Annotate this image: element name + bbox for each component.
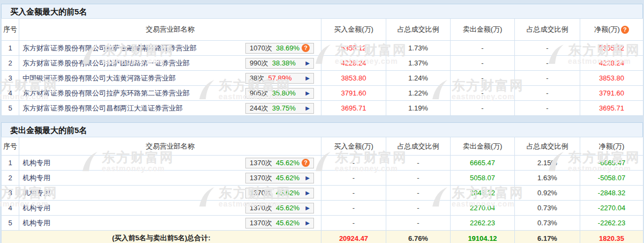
appearance-count: 1370次 (250, 158, 272, 168)
header-net-amount: 净额(万) ? (580, 19, 643, 41)
row-index: 5 (2, 216, 19, 231)
sell-pct: 1.63% (515, 171, 580, 186)
appearance-badge[interactable]: 1370次 45.62% ▶ (245, 218, 314, 229)
sell-amount: 2262.23 (451, 216, 515, 231)
sell-pct: 0.92% (515, 186, 580, 201)
row-index: 2 (2, 56, 19, 71)
help-icon[interactable]: ? (302, 44, 310, 52)
win-rate: 45.62% (276, 174, 299, 182)
buy-table-header-row: 序号 交易营业部名称 买入金额(万) 占总成交比例 卖出金额(万) 占总成交比例… (2, 19, 643, 41)
appearance-count: 1070次 (250, 43, 272, 53)
buy-panel-title: 买入金额最大的前5名 (1, 4, 643, 18)
buy-amount: 3853.80 (321, 71, 386, 86)
table-row: 4 机构专用 1370次 45.62% ▶ - - 2270.04 0.73% … (2, 201, 643, 216)
buy-top5-panel: 买入金额最大的前5名 序号 交易营业部名称 买入金额(万) 占总成交比例 卖出金… (1, 4, 643, 116)
sell-pct: 2.15% (515, 156, 580, 171)
buy-amount: 3791.60 (321, 86, 386, 101)
expand-arrow-icon[interactable]: ▶ (305, 106, 310, 111)
appearance-badge[interactable]: 1370次 45.62% ▶ (245, 188, 314, 198)
table-row: 5 机构专用 1370次 45.62% ▶ - - 2262.23 0.73% … (2, 216, 643, 231)
buy-amount: 3695.71 (321, 101, 386, 116)
appearance-badge[interactable]: 1370次 45.62% ▶ (245, 173, 314, 183)
header-index: 序号 (2, 19, 19, 41)
buy-amount: - (321, 171, 386, 186)
sell-pct: - (515, 56, 580, 71)
expand-arrow-icon[interactable]: ▶ (305, 175, 310, 181)
appearance-badge[interactable]: 1070次 38.69% ? (245, 43, 314, 54)
buy-amount: 5355.12 (321, 41, 386, 56)
table-row: 1 机构专用 1370次 45.62% ? - - 6665.47 2.15% … (2, 156, 643, 171)
branch-name-link[interactable]: 东方财富证券股份有限公司昌都两江大道证券营业部 (19, 104, 245, 113)
buy-amount: - (321, 156, 386, 171)
sell-pct: 0.73% (515, 216, 580, 231)
total-sell-pct: 6.17% (515, 231, 580, 243)
branch-name-link[interactable]: 机构专用 (19, 188, 245, 198)
appearance-badge[interactable]: 244次 39.75% ▶ (245, 103, 314, 114)
sell-amount: - (451, 86, 515, 101)
total-net-amount: 1820.35 (580, 231, 643, 243)
branch-name-link[interactable]: 机构专用 (19, 158, 245, 168)
branch-name-link[interactable]: 东方财富证券股份有限公司拉萨金融城南环路证券营业部 (19, 43, 245, 53)
net-amount: 3853.80 (580, 71, 643, 86)
table-row: 3 中国银河证券股份有限公司大连黄河路证券营业部 38次 57.89% ▶ 38… (2, 71, 643, 86)
win-rate: 35.80% (272, 89, 296, 97)
help-icon[interactable]: ? (302, 159, 310, 167)
appearance-badge[interactable]: 990次 38.38% ▶ (245, 58, 314, 69)
win-rate: 45.62% (276, 219, 299, 227)
expand-arrow-icon[interactable]: ▶ (305, 61, 310, 66)
appearance-count: 1370次 (250, 203, 272, 213)
header-sell-amount: 卖出金额(万) (451, 137, 515, 156)
table-row: 2 机构专用 1370次 45.62% ▶ - - 5058.07 1.63% … (2, 171, 643, 186)
sell-top5-panel: 卖出金额最大的前5名 序号 交易营业部名称 买入金额(万) 占总成交比例 卖出金… (1, 122, 643, 243)
buy-pct: - (386, 216, 451, 231)
header-sell-amount: 卖出金额(万) (451, 19, 515, 41)
buy-pct: 1.22% (386, 86, 451, 101)
header-buy-amount: 买入金额(万) (321, 137, 386, 156)
appearance-badge[interactable]: 38次 57.89% ▶ (245, 73, 314, 84)
total-buy-pct: 6.76% (386, 231, 451, 243)
expand-arrow-icon[interactable]: ▶ (305, 91, 310, 96)
net-amount: 5355.12 (580, 41, 643, 56)
branch-name-link[interactable]: 东方财富证券股份有限公司拉萨东环路第二证券营业部 (19, 89, 245, 98)
appearance-badge[interactable]: 1370次 45.62% ? (245, 158, 314, 168)
expand-arrow-icon[interactable]: ▶ (305, 220, 310, 226)
appearance-badge[interactable]: 1370次 45.62% ▶ (245, 203, 314, 213)
buy-pct: - (386, 171, 451, 186)
expand-arrow-icon[interactable]: ▶ (305, 205, 310, 211)
branch-name-link[interactable]: 机构专用 (19, 173, 245, 183)
sell-amount: 2848.32 (451, 186, 515, 201)
branch-name-link[interactable]: 东方财富证券股份有限公司拉萨团结路第一证券营业部 (19, 58, 245, 68)
buy-pct: 1.24% (386, 71, 451, 86)
buy-pct: - (386, 186, 451, 201)
sell-amount: - (451, 56, 515, 71)
help-icon[interactable]: ? (621, 26, 629, 34)
row-index: 4 (2, 201, 19, 216)
net-amount: -2262.23 (580, 216, 643, 231)
branch-name-link[interactable]: 机构专用 (19, 218, 245, 228)
appearance-badge[interactable]: 905次 35.80% ▶ (245, 88, 314, 99)
sell-top5-table: 序号 交易营业部名称 买入金额(万) 占总成交比例 卖出金额(万) 占总成交比例… (1, 137, 643, 243)
appearance-count: 905次 (250, 89, 268, 98)
header-branch-name: 交易营业部名称 (19, 137, 321, 156)
expand-arrow-icon[interactable]: ▶ (305, 76, 310, 81)
expand-arrow-icon[interactable]: ▶ (305, 190, 310, 196)
appearance-count: 38次 (250, 73, 264, 83)
row-index: 4 (2, 86, 19, 101)
total-buy-amount: 20924.47 (321, 231, 386, 243)
buy-pct: 1.73% (386, 41, 451, 56)
branch-name-link[interactable]: 中国银河证券股份有限公司大连黄河路证券营业部 (19, 73, 245, 83)
buy-top5-table: 序号 交易营业部名称 买入金额(万) 占总成交比例 卖出金额(万) 占总成交比例… (1, 18, 643, 116)
header-sell-pct: 占总成交比例 (515, 19, 580, 41)
branch-name-link[interactable]: 机构专用 (19, 203, 245, 213)
sell-table-header-row: 序号 交易营业部名称 买入金额(万) 占总成交比例 卖出金额(万) 占总成交比例… (2, 137, 643, 156)
net-amount: -2848.32 (580, 186, 643, 201)
win-rate: 39.75% (272, 104, 296, 112)
table-row: 4 东方财富证券股份有限公司拉萨东环路第二证券营业部 905次 35.80% ▶… (2, 86, 643, 101)
appearance-count: 990次 (250, 58, 268, 68)
row-index: 5 (2, 101, 19, 116)
header-branch-name: 交易营业部名称 (19, 19, 321, 41)
header-index: 序号 (2, 137, 19, 156)
total-sell-amount: 19104.12 (451, 231, 515, 243)
sell-amount: 6665.47 (451, 156, 515, 171)
buy-amount: - (321, 201, 386, 216)
